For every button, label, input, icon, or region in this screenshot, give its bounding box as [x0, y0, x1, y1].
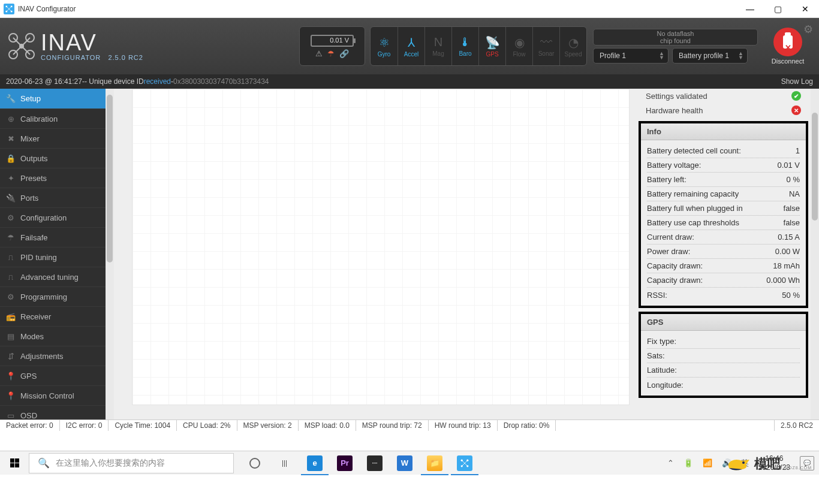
sensor-gyro: ⚛Gyro: [371, 27, 398, 65]
sidebar-nav: 🔧Setup⊕Calibration✖Mixer🔒Outputs✦Presets…: [0, 89, 114, 420]
battery-profile-select[interactable]: Battery profile 1▲▼: [672, 48, 748, 64]
info-row: Capacity drawn:18 mAh: [647, 259, 800, 273]
info-row: Battery full when plugged infalse: [647, 201, 800, 216]
show-log-button[interactable]: Show Log: [781, 77, 813, 86]
status-settings-validated: Settings validated ✔: [639, 89, 808, 103]
sensor-speed: ◔Speed: [559, 27, 586, 65]
profile-select[interactable]: Profile 1▲▼: [593, 48, 669, 64]
footer-status-bar: Packet error: 0I2C error: 0Cycle Time: 1…: [0, 420, 819, 431]
info-row: Battery detected cell count:1: [647, 144, 800, 158]
taskbar-explorer[interactable]: 📁: [420, 451, 450, 475]
tray-wifi-icon[interactable]: 📶: [703, 458, 712, 467]
gps-row: Longitude:: [647, 378, 800, 392]
taskbar-edge[interactable]: e: [300, 451, 330, 475]
status-cell: I2C error: 0: [60, 420, 109, 431]
gps-row: Sats:: [647, 349, 800, 363]
window-close[interactable]: ✕: [791, 0, 819, 18]
sidebar-item-outputs[interactable]: 🔒Outputs: [0, 148, 114, 168]
parachute-icon: ☂: [327, 49, 335, 58]
logo-version: 2.5.0 RC2: [108, 54, 143, 61]
status-hardware-health: Hardware health ✕: [639, 103, 808, 117]
info-row: RSSI:50 %: [647, 288, 800, 302]
sensor-accel: ⅄Accel: [398, 27, 424, 65]
settings-gear-icon[interactable]: ⚙: [803, 23, 813, 36]
taskbar-inav[interactable]: [450, 451, 480, 475]
check-icon: ✔: [791, 91, 801, 101]
app-header: INAV CONFIGURATOR 2.5.0 RC2 0.01 V ⚠ ☂ 🔗…: [0, 18, 819, 74]
logo-name: INAV: [41, 31, 143, 54]
content-scrollbar[interactable]: [811, 89, 819, 420]
sensor-flow: ◉Flow: [505, 27, 532, 65]
sidebar-scrollbar[interactable]: [106, 89, 114, 420]
window-maximize[interactable]: ▢: [764, 0, 791, 18]
status-cell: Packet error: 0: [0, 420, 60, 431]
status-cell: HW round trip: 13: [429, 420, 498, 431]
taskbar-taskview[interactable]: ⫼: [270, 451, 300, 475]
info-row: Battery use cap thresholdsfalse: [647, 216, 800, 230]
sidebar-item-pid-tuning[interactable]: ⎍PID tuning: [0, 247, 114, 267]
sidebar-item-osd[interactable]: ▭OSD: [0, 405, 114, 420]
info-row: Capacity drawn:0.000 Wh: [647, 273, 800, 288]
status-cell: MSP version: 2: [237, 420, 299, 431]
main-content: 飞控的数据 GPS信息 Settings validated ✔ Hardwar…: [114, 89, 819, 420]
sensor-sonar: 〰Sonar: [532, 27, 559, 65]
gps-panel-header: GPS: [641, 314, 806, 331]
gps-row: Latitude:: [647, 363, 800, 378]
status-cell: MSP round trip: 72: [356, 420, 429, 431]
taskbar-app1[interactable]: ····: [360, 451, 390, 475]
search-icon: 🔍: [38, 457, 50, 469]
tray-battery-icon[interactable]: 🔋: [683, 458, 693, 467]
sensor-status-bar: ⚛Gyro⅄AccelNMag🌡Baro📡GPS◉Flow〰Sonar◔Spee…: [370, 26, 587, 66]
info-row: Power draw:0.00 W: [647, 245, 800, 259]
status-cell: Drop ratio: 0%: [498, 420, 556, 431]
sidebar-item-gps[interactable]: 📍GPS: [0, 366, 114, 385]
window-titlebar: INAV Configurator — ▢ ✕: [0, 0, 819, 18]
sidebar-item-programming[interactable]: ⚙Programming: [0, 286, 114, 306]
sensor-gps: 📡GPS: [478, 27, 505, 65]
app-icon: [4, 4, 14, 14]
info-row: Battery voltage:0.01 V: [647, 158, 800, 173]
start-button[interactable]: [0, 451, 29, 475]
sensor-mag: NMag: [424, 27, 451, 65]
info-panel-header: Info: [641, 123, 806, 140]
warning-icon: ⚠: [315, 49, 323, 58]
sidebar-item-setup[interactable]: 🔧Setup: [0, 89, 114, 108]
sensor-baro: 🌡Baro: [451, 27, 478, 65]
info-row: Battery left:0 %: [647, 173, 800, 187]
taskbar-cortana[interactable]: [240, 451, 270, 475]
status-cell: MSP load: 0.0: [299, 420, 356, 431]
sidebar-item-advanced-tuning[interactable]: ⎍Advanced tuning: [0, 267, 114, 286]
status-version: 2.5.0 RC2: [774, 420, 819, 431]
sidebar-item-ports[interactable]: 🔌Ports: [0, 188, 114, 207]
attitude-canvas: [132, 89, 630, 405]
watermark: 模吧 MOZ8.COM: [725, 455, 812, 473]
sidebar-item-calibration[interactable]: ⊕Calibration: [0, 108, 114, 128]
dataflash-status: No dataflash chip found: [593, 29, 758, 46]
logo-subtitle: CONFIGURATOR: [41, 54, 101, 61]
tray-chevron-icon[interactable]: ⌃: [667, 458, 674, 467]
gps-panel: GPS Fix type:Sats:Latitude:Longitude:: [639, 312, 808, 398]
sidebar-item-adjustments[interactable]: ⇵Adjustments: [0, 346, 114, 366]
taskbar-search[interactable]: 🔍 在这里输入你想要搜索的内容: [29, 453, 234, 473]
window-minimize[interactable]: —: [736, 0, 764, 18]
sidebar-item-receiver[interactable]: 📻Receiver: [0, 306, 114, 326]
status-cell: Cycle Time: 1004: [109, 420, 177, 431]
taskbar-wps[interactable]: W: [390, 451, 420, 475]
sidebar-item-configuration[interactable]: ⚙Configuration: [0, 207, 114, 227]
windows-taskbar: 🔍 在这里输入你想要搜索的内容 ⫼ e Pr ···· W 📁 ⌃ 🔋 📶 🔊 …: [0, 451, 819, 475]
x-icon: ✕: [791, 105, 801, 115]
logo: INAV CONFIGURATOR 2.5.0 RC2: [7, 31, 143, 61]
svg-point-13: [742, 461, 745, 464]
window-title: INAV Configurator: [18, 5, 76, 13]
sidebar-item-presets[interactable]: ✦Presets: [0, 168, 114, 188]
sidebar-item-mission-control[interactable]: 📍Mission Control: [0, 385, 114, 405]
battery-indicator: 0.01 V ⚠ ☂ 🔗: [299, 26, 365, 66]
taskbar-premiere[interactable]: Pr: [330, 451, 360, 475]
sidebar-item-modes[interactable]: ▤Modes: [0, 326, 114, 346]
sidebar-item-failsafe[interactable]: ☂Failsafe: [0, 227, 114, 247]
status-cell: CPU Load: 2%: [177, 420, 237, 431]
info-row: Battery remaining capacityNA: [647, 187, 800, 201]
info-panel: Info Battery detected cell count:1Batter…: [639, 121, 808, 308]
sidebar-item-mixer[interactable]: ✖Mixer: [0, 128, 114, 148]
link-icon: 🔗: [339, 49, 349, 58]
